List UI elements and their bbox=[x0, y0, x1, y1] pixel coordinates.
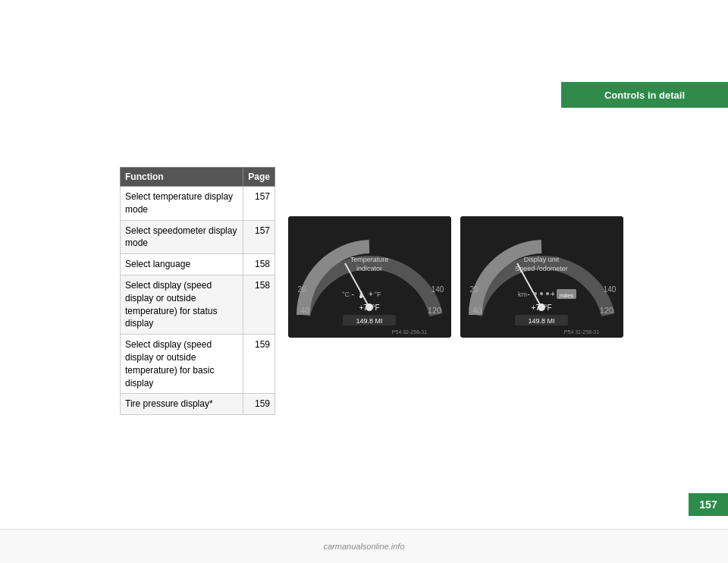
table-row: Select display (speed display or outside… bbox=[121, 335, 275, 394]
svg-text:P54 32-258-31: P54 32-258-31 bbox=[392, 329, 427, 335]
function-table-container: Function Page Select temperature display… bbox=[120, 167, 275, 415]
svg-text:miles: miles bbox=[560, 292, 574, 299]
svg-text:20: 20 bbox=[297, 285, 306, 294]
controls-banner: Controls in detail bbox=[561, 82, 728, 108]
function-table: Function Page Select temperature display… bbox=[120, 167, 275, 415]
svg-text:+72°F: +72°F bbox=[359, 304, 379, 312]
svg-text:°C: °C bbox=[342, 291, 350, 298]
svg-text:+: + bbox=[369, 289, 373, 298]
svg-text:20: 20 bbox=[469, 285, 479, 294]
svg-text:°F: °F bbox=[374, 291, 381, 298]
table-cell-page: 159 bbox=[243, 394, 275, 415]
col-header-function: Function bbox=[121, 168, 243, 187]
svg-text:Speed-/odometer: Speed-/odometer bbox=[515, 265, 568, 272]
svg-text:149.8 MI: 149.8 MI bbox=[356, 317, 382, 325]
watermark-bar: carmanualsonline.info bbox=[0, 529, 728, 563]
banner-label: Controls in detail bbox=[604, 90, 685, 101]
svg-text:149.8 MI: 149.8 MI bbox=[528, 317, 554, 325]
svg-text:140: 140 bbox=[431, 285, 444, 294]
table-cell-page: 159 bbox=[243, 335, 275, 394]
table-cell-function: Select display (speed display or outside… bbox=[121, 275, 243, 334]
svg-text:120: 120 bbox=[600, 306, 613, 315]
svg-text:P54 32-258-31: P54 32-258-31 bbox=[564, 329, 599, 335]
watermark-text: carmanualsonline.info bbox=[323, 542, 404, 551]
svg-point-29 bbox=[534, 292, 537, 295]
table-cell-function: Select speedometer display mode bbox=[121, 220, 243, 254]
table-cell-page: 157 bbox=[243, 187, 275, 221]
gauge-temperature: 40 120 20 140 Temperature indicator °C -… bbox=[288, 216, 451, 338]
svg-text:-: - bbox=[527, 289, 530, 298]
table-cell-page: 158 bbox=[243, 254, 275, 275]
svg-text:40: 40 bbox=[472, 306, 482, 315]
table-cell-function: Select language bbox=[121, 254, 243, 275]
table-cell-function: Select temperature display mode bbox=[121, 187, 243, 221]
svg-text:120: 120 bbox=[428, 306, 441, 315]
svg-text:🌡: 🌡 bbox=[356, 289, 366, 300]
table-row: Tire pressure display*159 bbox=[121, 394, 275, 415]
svg-text:indicator: indicator bbox=[356, 265, 382, 272]
page-number-label: 157 bbox=[699, 499, 717, 511]
table-row: Select display (speed display or outside… bbox=[121, 275, 275, 334]
col-header-page: Page bbox=[243, 168, 275, 187]
svg-text:-: - bbox=[351, 289, 354, 298]
svg-text:+72°F: +72°F bbox=[531, 304, 551, 312]
svg-point-31 bbox=[546, 292, 549, 295]
svg-text:Display unit: Display unit bbox=[524, 256, 560, 263]
gauges-area: 40 120 20 140 Temperature indicator °C -… bbox=[288, 216, 623, 338]
table-row: Select language158 bbox=[121, 254, 275, 275]
page-number-badge: 157 bbox=[689, 493, 728, 516]
svg-text:Temperature: Temperature bbox=[350, 256, 389, 263]
gauge-speedometer: 40 120 20 140 Display unit Speed-/odomet… bbox=[460, 216, 623, 338]
svg-text:140: 140 bbox=[604, 285, 617, 294]
svg-text:+: + bbox=[551, 289, 555, 298]
table-cell-page: 158 bbox=[243, 275, 275, 334]
table-cell-function: Tire pressure display* bbox=[121, 394, 243, 415]
table-cell-function: Select display (speed display or outside… bbox=[121, 335, 243, 394]
svg-text:40: 40 bbox=[300, 306, 309, 315]
table-cell-page: 157 bbox=[243, 220, 275, 254]
svg-point-30 bbox=[540, 292, 543, 295]
table-row: Select speedometer display mode157 bbox=[121, 220, 275, 254]
table-row: Select temperature display mode157 bbox=[121, 187, 275, 221]
svg-text:km: km bbox=[518, 291, 527, 298]
